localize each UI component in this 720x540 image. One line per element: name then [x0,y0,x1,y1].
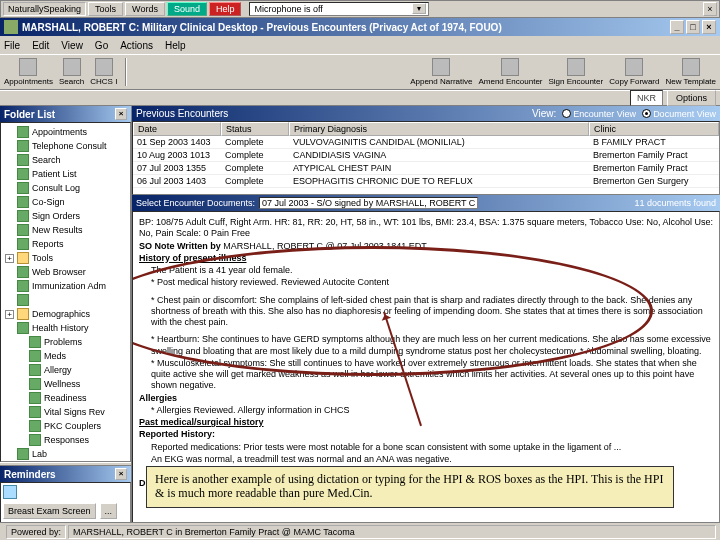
tree-item[interactable]: Responses [1,433,130,447]
radio-encounter-view[interactable]: Encounter View [562,109,636,119]
reminders-close-icon[interactable]: × [115,468,127,480]
tool-copy-forward[interactable]: Copy Forward [609,58,659,86]
dragon-help[interactable]: Help [209,2,242,16]
item-icon [17,224,29,236]
tool-chcs[interactable]: CHCS I [90,58,117,86]
hpi-line: * Chest pain or discomfort: She complain… [139,295,713,329]
menu-actions[interactable]: Actions [120,40,153,51]
tree-item[interactable]: Consult Log [1,181,130,195]
col-status[interactable]: Status [221,122,289,136]
tree-item[interactable]: Immunization Adm [1,279,130,293]
tree-expander-icon [5,128,14,137]
tool-new-template[interactable]: New Template [665,58,716,86]
col-date[interactable]: Date [133,122,221,136]
dragon-sound[interactable]: Sound [167,2,207,16]
tree-item-label: New Results [32,225,83,235]
tree-item-label: Responses [44,435,89,445]
table-cell: 10 Aug 2003 1013 [133,149,221,162]
tool-search[interactable]: Search [59,58,84,86]
close-icon[interactable]: × [702,20,716,34]
tree-item[interactable]: Meds [1,349,130,363]
tool-append-narrative[interactable]: Append Narrative [410,58,472,86]
menu-edit[interactable]: Edit [32,40,49,51]
tree-expander-icon [5,156,14,165]
tree-item[interactable]: Co-Sign [1,195,130,209]
tree-item[interactable]: Telephone Consult [1,139,130,153]
nkr-badge[interactable]: NKR [630,90,663,106]
folder-tree[interactable]: AppointmentsTelephone ConsultSearchPatie… [0,122,131,462]
dragon-mic-combo[interactable]: Microphone is off [249,2,429,16]
status-right: MARSHALL, ROBERT C in Bremerton Family P… [68,525,716,539]
search-icon [63,58,81,76]
tree-item-label: Search [32,155,61,165]
tree-item-label: Immunization Adm [32,281,106,291]
tree-expander-icon[interactable]: + [5,254,14,263]
tree-item[interactable]: Health History [1,321,130,335]
item-icon [17,322,29,334]
folder-list-close-icon[interactable]: × [115,108,127,120]
tree-item[interactable]: +Tools [1,251,130,265]
breast-exam-button[interactable]: Breast Exam Screen [3,503,96,519]
tree-expander-icon[interactable]: + [5,310,14,319]
tree-item[interactable]: Allergy [1,363,130,377]
tree-item-label: PKC Couplers [44,421,101,431]
tree-item[interactable]: Appointments [1,125,130,139]
table-cell: VULVOVAGINITIS CANDIDAL (MONILIAL) [289,136,589,149]
tree-item[interactable]: Reports [1,237,130,251]
tree-item[interactable]: Lab [1,447,130,461]
minimize-icon[interactable]: _ [670,20,684,34]
options-button[interactable]: Options [667,90,716,106]
table-row[interactable]: 01 Sep 2003 1403CompleteVULVOVAGINITIS C… [133,136,719,149]
tool-sign-encounter[interactable]: Sign Encounter [549,58,604,86]
dragon-tools[interactable]: Tools [88,2,123,16]
radio-document-view[interactable]: Document View [642,109,716,119]
tree-item[interactable]: +Demographics [1,307,130,321]
item-icon [29,434,41,446]
encounters-grid[interactable]: Date Status Primary Diagnosis Clinic 01 … [132,121,720,195]
table-cell: ESOPHAGITIS CHRONIC DUE TO REFLUX [289,175,589,188]
col-clinic[interactable]: Clinic [589,122,719,136]
menu-view[interactable]: View [61,40,83,51]
tree-expander-icon [5,226,14,235]
tree-item[interactable]: Web Browser [1,265,130,279]
tree-expander-icon [17,436,26,445]
item-icon [17,154,29,166]
tree-item[interactable]: Wellness [1,377,130,391]
tree-item-label: Consult Log [32,183,80,193]
tree-item-label: Telephone Consult [32,141,107,151]
tree-item[interactable]: Vital Signs Rev [1,405,130,419]
template-icon [682,58,700,76]
tree-item-label: Readiness [44,393,87,403]
table-row[interactable]: 10 Aug 2003 1013CompleteCANDIDIASIS VAGI… [133,149,719,162]
tree-item[interactable] [1,293,130,307]
menu-help[interactable]: Help [165,40,186,51]
doc-select-combo[interactable]: 07 Jul 2003 - S/O signed by MARSHALL, RO… [259,197,478,209]
item-icon [17,126,29,138]
reported-history-line: Reported medications: Prior tests were m… [139,442,713,453]
tree-expander-icon [17,394,26,403]
reminder-more-button[interactable]: ... [100,503,118,519]
tree-item[interactable]: Search [1,153,130,167]
tree-item[interactable]: PKC Couplers [1,419,130,433]
maximize-icon[interactable]: □ [686,20,700,34]
tree-item[interactable]: Patient List [1,167,130,181]
menu-file[interactable]: File [4,40,20,51]
tree-item[interactable]: New Results [1,223,130,237]
table-row[interactable]: 06 Jul 2003 1403CompleteESOPHAGITIS CHRO… [133,175,719,188]
item-icon [17,238,29,250]
tool-amend-encounter[interactable]: Amend Encounter [478,58,542,86]
table-row[interactable]: 07 Jul 2003 1355CompleteATYPICAL CHEST P… [133,162,719,175]
menu-go[interactable]: Go [95,40,108,51]
dragon-words[interactable]: Words [125,2,165,16]
tree-item[interactable]: Sign Orders [1,209,130,223]
tree-item[interactable]: Readiness [1,391,130,405]
window-close-icon[interactable]: × [703,2,717,16]
tree-expander-icon [17,408,26,417]
reported-history-header: Reported History: [139,429,215,439]
col-diagnosis[interactable]: Primary Diagnosis [289,122,589,136]
tree-item[interactable]: Problems [1,335,130,349]
tool-appointments[interactable]: Appointments [4,58,53,86]
tree-expander-icon [5,184,14,193]
table-cell: ATYPICAL CHEST PAIN [289,162,589,175]
doc-count: 11 documents found [634,198,716,208]
